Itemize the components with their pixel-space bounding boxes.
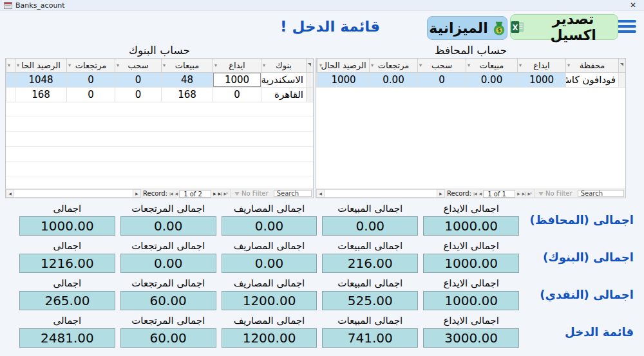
column-header-balance[interactable]: الرصيد الحا▾ (15, 59, 66, 73)
total-sales-value[interactable]: 216.00 (322, 254, 418, 273)
table-cell[interactable]: 0.00 (466, 73, 517, 88)
search-input[interactable]: Search (274, 190, 312, 197)
table-cell[interactable]: 0 (213, 88, 261, 102)
column-header-wallet[interactable]: محفظة▾ (565, 59, 618, 73)
horizontal-scrollbar[interactable]: ◀ ▶ (316, 189, 445, 198)
previous-record-button[interactable]: ◀ (175, 191, 178, 196)
total-returns-value[interactable]: 60.00 (120, 291, 216, 310)
table-cell[interactable]: 0 (417, 73, 466, 88)
chevron-down-icon[interactable]: ▾ (319, 62, 322, 68)
column-header-withdraw[interactable]: سحب▾ (115, 59, 161, 73)
chevron-down-icon[interactable]: ▾ (371, 62, 374, 68)
column-header-withdraw[interactable]: سحب▾ (417, 59, 466, 73)
total-expenses-value[interactable]: 1200.00 (222, 328, 317, 348)
total-expenses-value[interactable]: 1200.00 (222, 291, 317, 310)
chevron-down-icon[interactable]: ▾ (419, 62, 422, 68)
table-cell[interactable]: فودافون كاش (565, 73, 618, 88)
table-cell[interactable]: القاهرة (261, 88, 306, 102)
new-record-button[interactable]: ▶* (527, 191, 532, 196)
total-returns-value[interactable]: 60.00 (120, 328, 216, 348)
chevron-down-icon[interactable]: ▾ (468, 62, 470, 68)
horizontal-scrollbar[interactable]: ◀ ▶ (6, 189, 141, 198)
column-header-sales[interactable]: مبيعات▾ (466, 59, 517, 73)
record-selector-header[interactable] (618, 59, 625, 73)
table-cell[interactable]: 0.00 (369, 73, 417, 88)
table-cell-cut[interactable] (316, 73, 317, 88)
table-cell[interactable]: 1048 (15, 73, 66, 88)
column-header-balance[interactable]: الرصيد الحال▾ (317, 59, 369, 73)
scroll-left-icon[interactable]: ◀ (316, 189, 325, 198)
table-cell[interactable]: 1000 (517, 73, 565, 88)
table-cell[interactable]: 0 (66, 88, 115, 102)
column-header-returns[interactable]: مرتجعات▾ (66, 59, 115, 73)
table-cell[interactable]: 1000 (317, 73, 369, 88)
total-sales-value[interactable]: 0.00 (322, 216, 418, 236)
column-header-cut[interactable]: ▾ (6, 59, 15, 73)
table-cell-cut[interactable] (6, 88, 15, 102)
column-header-returns[interactable]: مرتجعات▾ (369, 59, 417, 73)
record-position-input[interactable]: 1 of 2 (179, 190, 211, 198)
column-header-deposit[interactable]: ايداع▾ (213, 59, 261, 73)
grand-total-value[interactable]: 1216.00 (19, 254, 115, 273)
total-sales-value[interactable]: 741.00 (322, 328, 418, 348)
filter-status-button[interactable]: No Filter (230, 189, 272, 198)
total-sales-value[interactable]: 525.00 (322, 291, 418, 310)
total-deposit-value[interactable]: 1000.00 (423, 291, 519, 310)
scrollbar-track[interactable] (14, 189, 133, 198)
total-expenses-value[interactable]: 0.00 (222, 216, 317, 236)
table-cell[interactable]: 48 (161, 73, 213, 88)
table-cell[interactable]: 168 (15, 88, 66, 102)
table-cell[interactable]: الاسكندرية (261, 73, 306, 88)
last-record-button[interactable]: ▶| (218, 191, 222, 196)
column-header-bank[interactable]: بنوك▾ (261, 59, 306, 73)
next-record-button[interactable]: ▶ (516, 191, 520, 196)
table-cell[interactable]: 168 (161, 88, 213, 102)
table-cell-cut[interactable] (6, 73, 15, 88)
total-deposit-value[interactable]: 3000.00 (423, 328, 519, 348)
record-selector[interactable] (306, 88, 313, 102)
first-record-button[interactable]: |◀ (473, 191, 477, 196)
scroll-right-icon[interactable]: ▶ (133, 189, 141, 198)
last-record-button[interactable]: ▶| (522, 191, 526, 196)
table-cell-active[interactable]: 1000 (213, 73, 261, 88)
budget-button[interactable]: الميزانية $ (427, 16, 507, 40)
chevron-down-icon[interactable]: ▾ (117, 62, 119, 68)
new-record-button[interactable]: ▶* (223, 191, 228, 196)
total-deposit-value[interactable]: 1000.00 (423, 254, 519, 273)
chevron-down-icon[interactable]: ▾ (263, 62, 265, 68)
record-selector-header[interactable] (306, 59, 313, 73)
close-icon[interactable]: ✕ (626, 1, 640, 9)
total-returns-value[interactable]: 0.00 (120, 216, 216, 236)
grand-total-value[interactable]: 2481.00 (19, 328, 115, 348)
scrollbar-track[interactable] (325, 189, 437, 198)
record-selector[interactable] (306, 73, 313, 88)
record-selector[interactable] (618, 73, 625, 88)
total-returns-value[interactable]: 0.00 (120, 254, 216, 273)
column-header-sales[interactable]: مبيعات▾ (161, 59, 213, 73)
first-record-button[interactable]: |◀ (169, 191, 173, 196)
chevron-down-icon[interactable]: ▾ (17, 62, 19, 68)
chevron-down-icon[interactable]: ▾ (163, 62, 166, 68)
menu-icon[interactable] (617, 20, 636, 33)
scroll-right-icon[interactable]: ▶ (437, 189, 445, 198)
chevron-down-icon[interactable]: ▾ (567, 62, 570, 68)
column-header-deposit[interactable]: ايداع▾ (517, 59, 565, 73)
grand-total-value[interactable]: 1000.00 (19, 216, 115, 236)
chevron-down-icon[interactable]: ▾ (214, 62, 217, 68)
total-deposit-value[interactable]: 1000.00 (423, 216, 519, 236)
previous-record-button[interactable]: ◀ (478, 191, 482, 196)
search-input[interactable]: Search (578, 190, 624, 197)
chevron-down-icon[interactable]: ▾ (68, 62, 71, 68)
next-record-button[interactable]: ▶ (213, 191, 216, 196)
chevron-down-icon[interactable]: ▾ (8, 62, 10, 68)
record-position-input[interactable]: 1 of 1 (483, 190, 515, 198)
scroll-left-icon[interactable]: ◀ (6, 189, 14, 198)
table-cell[interactable]: 0 (115, 73, 161, 88)
grand-total-value[interactable]: 265.00 (19, 291, 115, 310)
total-expenses-value[interactable]: 0.00 (222, 254, 317, 273)
table-cell[interactable]: 0 (115, 88, 161, 102)
filter-status-button[interactable]: No Filter (534, 189, 576, 198)
export-excel-button[interactable]: X تصدير اكسيل (510, 14, 618, 40)
chevron-down-icon[interactable]: ▾ (519, 62, 522, 68)
table-cell[interactable]: 0 (66, 73, 115, 88)
